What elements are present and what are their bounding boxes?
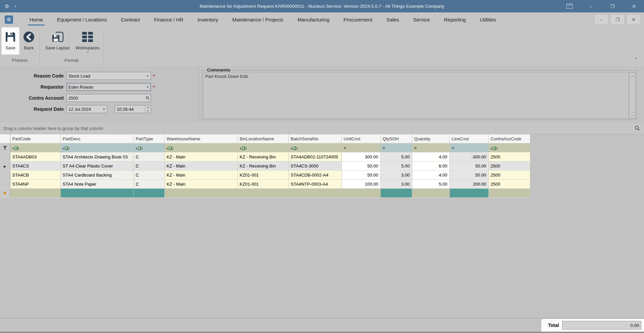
pin-panel-icon[interactable] (566, 2, 574, 10)
column-header-qtysoh[interactable]: QtySOH (380, 134, 412, 143)
grid-search-icon[interactable] (635, 126, 640, 131)
grid-cell-contraacccode[interactable]: 2500 (488, 161, 530, 171)
grid-cell-qtysoh[interactable]: 5.00 (380, 152, 412, 161)
spin-up-icon[interactable]: ▲ (145, 105, 151, 109)
filter-cell-partcode[interactable]: aBc (10, 143, 60, 152)
grid-cell-binlocationname[interactable]: KZ - Receiving Bin (237, 152, 288, 161)
grid-cell-unitcost[interactable]: 50.00 (341, 161, 380, 171)
selected-row-indicator[interactable]: ▶ (0, 161, 10, 171)
grid-cell-partdesc[interactable]: ST A4 Clear Plastic Cover (60, 161, 133, 171)
grid-cell-qtysoh[interactable]: 5.00 (380, 161, 412, 171)
grid-cell-partcode[interactable]: STA4CB (10, 171, 60, 180)
comments-scrollbar[interactable]: ▲ ▼ (629, 73, 635, 118)
grid-cell-parttype[interactable]: C (133, 171, 164, 180)
tab-service[interactable]: Service (406, 12, 437, 27)
dropdown-arrow-icon[interactable]: ▼ (145, 83, 151, 91)
tab-inventory[interactable]: Inventory (191, 12, 225, 27)
grid-cell-batchserialno[interactable]: STA4CDB-0002-A4 (288, 171, 341, 180)
filter-cell-linecost[interactable]: = (449, 143, 488, 152)
request-time-spinner[interactable]: 10:26:44 ▲ ▼ (115, 105, 151, 113)
tab-manufacturing[interactable]: Manufacturing (290, 12, 336, 27)
grid-cell-partcode[interactable]: STA4CS (10, 161, 60, 171)
filter-cell-contraacccode[interactable]: aBc (488, 143, 530, 152)
comments-textarea[interactable]: Part Knock Down Edit. (203, 73, 629, 118)
grid-cell-qtysoh[interactable]: 3.00 (380, 180, 412, 189)
filter-cell-qtysoh[interactable]: = (380, 143, 412, 152)
grid-cell-qtysoh[interactable]: 3.00 (380, 171, 412, 180)
new-row-cell-partdesc[interactable] (60, 189, 133, 198)
column-header-batchserialno[interactable]: BatchSerialNo (288, 134, 341, 143)
grid-cell-binlocationname[interactable]: KZ01-001 (237, 171, 288, 180)
grid-cell-warehousename[interactable]: KZ - Main (164, 161, 237, 171)
save-layout-button[interactable]: Save Layout (43, 28, 72, 54)
grid-cell-unitcost[interactable]: 100.00 (341, 180, 380, 189)
grid-cell-linecost[interactable]: 50.00 (449, 171, 488, 180)
grid-cell-partcode[interactable]: STA4NP (10, 180, 60, 189)
filter-cell-batchserialno[interactable]: aBc (288, 143, 341, 152)
tab-contract[interactable]: Contract (114, 12, 147, 27)
tab-home[interactable]: Home (22, 12, 50, 27)
filter-cell-quantity[interactable]: = (412, 143, 449, 152)
grid-cell-contraacccode[interactable]: 2500 (488, 171, 530, 180)
lookup-magnifier-icon[interactable] (145, 94, 151, 102)
filter-cell-unitcost[interactable]: = (341, 143, 380, 152)
save-button[interactable]: Save (2, 28, 19, 54)
new-row-cell-parttype[interactable] (133, 189, 164, 198)
grid-cell-binlocationname[interactable]: KZ - Receiving Bin (237, 161, 288, 171)
grid-cell-batchserialno[interactable]: STA4NTP-0003-A4 (288, 180, 341, 189)
tab-utilities[interactable]: Utilities (473, 12, 503, 27)
grid-cell-linecost[interactable]: -300.00 (449, 152, 488, 161)
grid-cell-warehousename[interactable]: KZ - Main (164, 180, 237, 189)
restore-button[interactable]: ❐ (608, 2, 616, 10)
scroll-up-icon[interactable]: ▲ (629, 73, 635, 78)
tab-maintenance-projects[interactable]: Maintenance / Projects (225, 12, 290, 27)
grid-cell-contraacccode[interactable]: 2500 (488, 152, 530, 161)
grid-cell-linecost[interactable]: 200.00 (449, 180, 488, 189)
column-header-partcode[interactable]: PartCode (10, 134, 60, 143)
column-header-warehousename[interactable]: WarehouseName (164, 134, 237, 143)
new-row-cell-partcode[interactable] (10, 189, 60, 198)
grid-cell-linecost[interactable]: 50.00 (449, 161, 488, 171)
row-indicator[interactable] (0, 171, 10, 180)
grid-cell-parttype[interactable]: C (133, 161, 164, 171)
grid-cell-quantity[interactable]: 5.00 (412, 180, 449, 189)
tab-procurement[interactable]: Procurement (336, 12, 379, 27)
group-by-bar[interactable]: Drag a column header here to group by th… (0, 123, 644, 134)
new-row-cell-unitcost[interactable] (341, 189, 380, 198)
request-date-picker[interactable]: 12 Jul 2024 ▼ (66, 105, 107, 113)
grid-cell-quantity[interactable]: 4.00 (412, 171, 449, 180)
grid-cell-contraacccode[interactable]: 2500 (488, 180, 530, 189)
new-row-cell-qtysoh[interactable] (380, 189, 412, 198)
inner-restore-button[interactable]: ❐ (610, 14, 625, 25)
new-row-cell-warehousename[interactable] (164, 189, 237, 198)
back-button[interactable]: Back (20, 28, 38, 54)
new-row-cell-contraacccode[interactable] (488, 189, 530, 198)
tab-finance-hr[interactable]: Finance / HR (147, 12, 191, 27)
tab-reporting[interactable]: Reporting (437, 12, 473, 27)
minimize-button[interactable]: – (587, 2, 595, 10)
grid-cell-binlocationname[interactable]: KZ01-001 (237, 180, 288, 189)
grid-cell-quantity[interactable]: 4.00 (412, 152, 449, 161)
grid-cell-partcode[interactable]: STA4ADB03 (10, 152, 60, 161)
close-button[interactable]: ✕ (630, 2, 638, 10)
column-header-parttype[interactable]: PartType (133, 134, 164, 143)
grid-cell-unitcost[interactable]: 300.00 (341, 152, 380, 161)
app-gear-icon[interactable]: ⚙ (5, 15, 13, 24)
filter-cell-partdesc[interactable]: aBc (60, 143, 133, 152)
grid-cell-partdesc[interactable]: STA4 Architects Drawing Book 03 (60, 152, 133, 161)
column-header-quantity[interactable]: Quantity (412, 134, 449, 143)
new-row-cell-batchserialno[interactable] (288, 189, 341, 198)
dropdown-arrow-icon[interactable]: ▼ (145, 72, 151, 80)
scroll-down-icon[interactable]: ▼ (629, 113, 635, 118)
inner-close-button[interactable]: ✕ (627, 14, 641, 25)
grid-cell-partdesc[interactable]: STA4 Cardboard Backing (60, 171, 133, 180)
collapse-ribbon-icon[interactable]: ⌃ (634, 57, 638, 62)
column-header-partdesc[interactable]: PartDesc (60, 134, 133, 143)
grid-cell-parttype[interactable]: C (133, 180, 164, 189)
dropdown-arrow-icon[interactable]: ▼ (101, 105, 107, 113)
row-indicator[interactable] (0, 180, 10, 189)
spin-down-icon[interactable]: ▼ (145, 109, 151, 113)
tab-equipment-locations[interactable]: Equipment / Locations (50, 12, 114, 27)
new-row-cell-quantity[interactable] (412, 189, 449, 198)
workspaces-button[interactable]: Workspaces ⌄ (72, 28, 103, 54)
